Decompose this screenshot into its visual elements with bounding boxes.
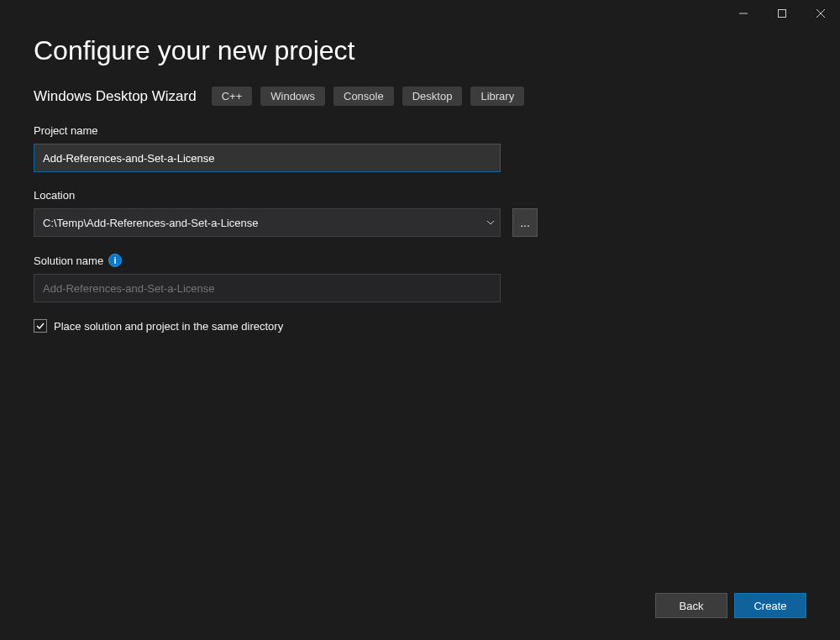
same-directory-checkbox[interactable] xyxy=(34,319,47,333)
solution-name-input xyxy=(34,274,501,302)
project-name-label: Project name xyxy=(34,124,806,137)
checkmark-icon xyxy=(35,321,45,331)
same-directory-label: Place solution and project in the same d… xyxy=(54,320,283,333)
tag-windows: Windows xyxy=(260,87,325,106)
browse-ellipsis-icon: ... xyxy=(520,216,530,229)
project-name-input[interactable] xyxy=(34,144,501,172)
maximize-button[interactable] xyxy=(763,0,801,27)
page-title: Configure your new project xyxy=(34,35,806,66)
tag-library: Library xyxy=(470,87,524,106)
tag-cpp: C++ xyxy=(212,87,253,106)
create-button[interactable]: Create xyxy=(734,593,806,618)
location-combo[interactable]: C:\Temp\Add-References-and-Set-a-License xyxy=(34,208,501,237)
solution-name-label: Solution name i xyxy=(34,254,806,267)
svg-rect-0 xyxy=(779,10,786,18)
template-name: Windows Desktop Wizard xyxy=(34,88,197,105)
location-label: Location xyxy=(34,189,806,202)
tag-desktop: Desktop xyxy=(402,87,463,106)
titlebar xyxy=(0,0,840,27)
chevron-down-icon xyxy=(486,217,495,229)
info-icon[interactable]: i xyxy=(108,254,122,267)
footer-buttons: Back Create xyxy=(655,593,806,618)
browse-location-button[interactable]: ... xyxy=(512,208,538,237)
tag-console: Console xyxy=(333,87,394,106)
back-button[interactable]: Back xyxy=(655,593,727,618)
close-button[interactable] xyxy=(801,0,840,27)
minimize-button[interactable] xyxy=(724,0,763,27)
location-value: C:\Temp\Add-References-and-Set-a-License xyxy=(43,217,259,229)
template-row: Windows Desktop Wizard C++ Windows Conso… xyxy=(34,87,806,106)
